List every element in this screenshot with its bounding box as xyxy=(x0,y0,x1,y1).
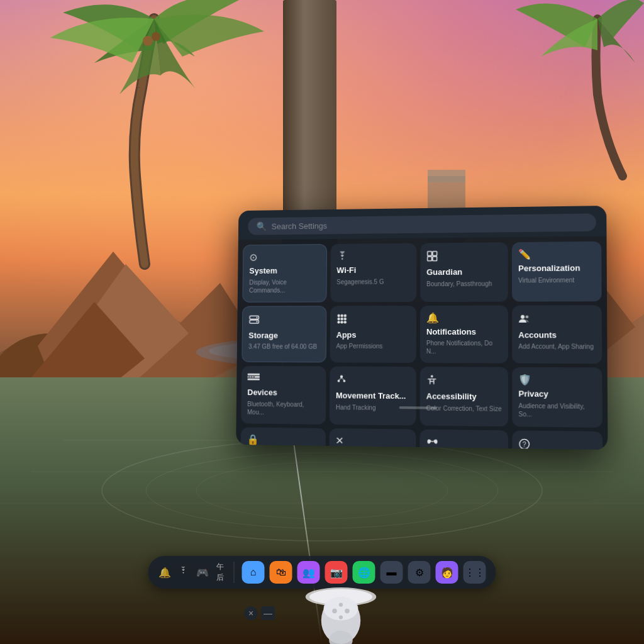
privacy-subtitle: Audience and Visibility, So... xyxy=(518,401,596,419)
controller-svg xyxy=(294,518,388,644)
svg-point-31 xyxy=(256,321,257,322)
app-avatar[interactable]: 🧑 xyxy=(436,561,458,584)
guardian-subtitle: Boundary, Passthrough xyxy=(426,279,502,288)
app-settings[interactable]: ⚙ xyxy=(408,561,431,584)
personalization-title: Personalization xyxy=(518,263,595,274)
svg-point-62 xyxy=(332,609,337,614)
storage-title: Storage xyxy=(248,330,319,340)
wifi-status-icon xyxy=(179,567,189,578)
svg-point-13 xyxy=(146,453,498,528)
wifi-icon xyxy=(336,251,410,262)
svg-point-40 xyxy=(344,321,347,323)
accessibility-title: Accessibility xyxy=(426,392,502,402)
svg-point-33 xyxy=(340,314,343,316)
scroll-handle[interactable] xyxy=(399,406,437,409)
security-icon: 🔒 xyxy=(247,435,319,445)
system-title: System xyxy=(249,265,320,275)
devices-title: Devices xyxy=(247,387,319,397)
system-subtitle: Display, Voice Commands... xyxy=(249,278,320,294)
experimental-icon: ✕ xyxy=(335,436,409,447)
settings-item-apps[interactable]: Apps App Permissions xyxy=(330,306,417,364)
wifi-subtitle: Segagenesis.5 G xyxy=(336,277,410,286)
settings-item-experimental[interactable]: ✕ Experimental xyxy=(329,428,416,450)
search-placeholder: Search Settings xyxy=(272,221,328,231)
svg-point-14 xyxy=(196,462,448,519)
devices-icon xyxy=(248,374,320,385)
svg-point-2 xyxy=(0,333,189,484)
svg-line-52 xyxy=(339,378,341,380)
svg-point-37 xyxy=(344,317,347,319)
security-title: Security xyxy=(247,448,319,450)
minimize-button[interactable]: — xyxy=(261,606,275,620)
help-icon: ? xyxy=(519,438,596,450)
svg-rect-47 xyxy=(251,377,253,377)
settings-item-notifications[interactable]: 🔔 Notifications Phone Notifications, Do … xyxy=(420,305,508,364)
svg-rect-26 xyxy=(428,257,432,261)
settings-item-devices[interactable]: Devices Bluetooth, Keyboard, Mou... xyxy=(241,366,326,425)
apps-subtitle: App Permissions xyxy=(336,342,409,350)
accessibility-icon xyxy=(426,374,502,388)
guardian-icon xyxy=(426,250,501,264)
personalization-subtitle: Virtual Environment xyxy=(518,275,595,284)
settings-item-accessibility[interactable]: Accessibility Color Correction, Text Siz… xyxy=(420,367,509,426)
taskbar-status: 🔔 🎮 午后 xyxy=(158,562,235,583)
notifications-icon: 🔔 xyxy=(426,313,502,323)
settings-item-movement[interactable]: Movement Track... Hand Tracking xyxy=(330,367,416,426)
app-grid[interactable]: ⋮⋮ xyxy=(464,561,486,584)
cast-icon: 🎮 xyxy=(196,567,209,579)
notifications-title: Notifications xyxy=(426,327,502,337)
apps-icon xyxy=(336,313,410,326)
settings-item-system[interactable]: ⊙ System Display, Voice Commands... xyxy=(242,244,327,302)
settings-item-meta[interactable]: Accounts Center xyxy=(419,429,508,450)
settings-item-guardian[interactable]: Guardian Boundary, Passthrough xyxy=(420,242,508,301)
settings-item-wifi[interactable]: Wi-Fi Segagenesis.5 G xyxy=(330,243,416,302)
settings-header: 🔍 Search Settings xyxy=(238,206,607,240)
time-label: 午后 xyxy=(216,562,224,583)
svg-point-49 xyxy=(340,375,343,379)
svg-text:?: ? xyxy=(523,440,526,448)
close-button[interactable]: × xyxy=(244,606,258,620)
system-icon: ⊙ xyxy=(250,252,321,263)
settings-item-privacy[interactable]: 🛡️ Privacy Audience and Visibility, So..… xyxy=(512,367,602,428)
svg-point-34 xyxy=(344,314,347,316)
svg-point-54 xyxy=(431,375,433,378)
svg-rect-46 xyxy=(248,377,250,377)
apps-title: Apps xyxy=(336,330,410,340)
app-store[interactable]: 🛍 xyxy=(270,561,292,584)
svg-rect-27 xyxy=(433,257,437,261)
svg-point-29 xyxy=(256,316,257,318)
settings-item-storage[interactable]: Storage 3.47 GB free of 64.00 GB xyxy=(242,306,326,363)
svg-point-36 xyxy=(340,317,343,319)
privacy-title: Privacy xyxy=(518,389,596,400)
svg-line-53 xyxy=(341,378,344,380)
movement-title: Movement Track... xyxy=(336,391,410,401)
settings-item-accounts[interactable]: Accounts Add Account, App Sharing xyxy=(512,305,602,364)
search-bar[interactable]: 🔍 Search Settings xyxy=(248,213,596,235)
settings-item-help[interactable]: ? Help FAQs, Tutorials, Release N... xyxy=(512,430,602,450)
wifi-title: Wi-Fi xyxy=(336,265,410,275)
svg-rect-44 xyxy=(248,374,260,375)
app-home[interactable]: ⌂ xyxy=(242,561,265,584)
settings-item-security[interactable]: 🔒 Security xyxy=(240,427,326,450)
privacy-icon: 🛡️ xyxy=(518,375,596,386)
accessibility-subtitle: Color Correction, Text Size xyxy=(426,404,502,413)
notifications-subtitle: Phone Notifications, Do N... xyxy=(426,339,502,355)
meta-icon xyxy=(426,437,501,448)
storage-subtitle: 3.47 GB free of 64.00 GB xyxy=(248,343,319,351)
accounts-icon xyxy=(518,313,595,326)
vr-background: 🔍 Search Settings ⊙ System Display, Voic… xyxy=(0,0,644,644)
guardian-title: Guardian xyxy=(426,267,502,277)
svg-point-38 xyxy=(337,321,340,323)
svg-point-65 xyxy=(339,615,343,619)
settings-grid: ⊙ System Display, Voice Commands... Wi-F… xyxy=(236,236,608,450)
personalization-icon: ✏️ xyxy=(518,249,595,260)
svg-point-50 xyxy=(338,380,340,382)
svg-point-32 xyxy=(337,314,340,316)
svg-rect-25 xyxy=(433,252,437,256)
svg-rect-48 xyxy=(253,377,255,377)
movement-icon xyxy=(336,374,410,388)
devices-subtitle: Bluetooth, Keyboard, Mou... xyxy=(247,400,320,417)
settings-item-personalization[interactable]: ✏️ Personalization Virtual Environment xyxy=(512,242,602,301)
svg-point-64 xyxy=(339,602,343,606)
svg-point-35 xyxy=(337,318,340,320)
